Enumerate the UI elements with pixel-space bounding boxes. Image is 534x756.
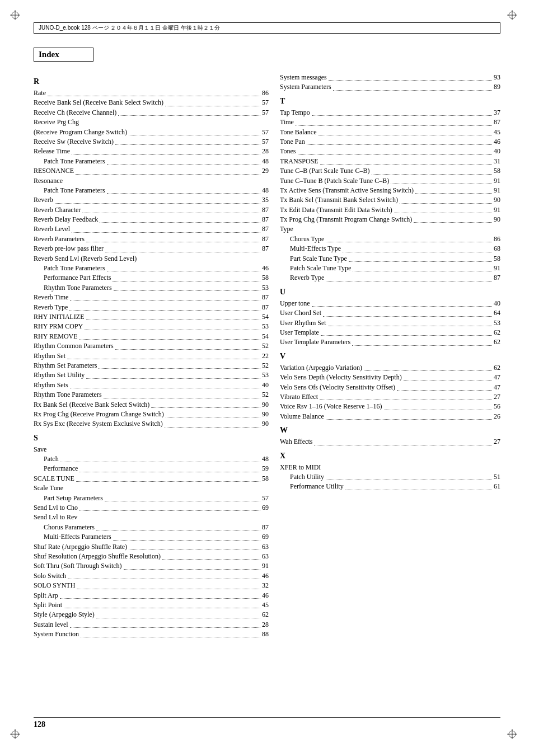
entry-page: 53 bbox=[262, 322, 269, 331]
entry-page: 90 bbox=[494, 195, 500, 205]
section-letter-x: X bbox=[280, 452, 500, 461]
entry-text: Resonance bbox=[34, 176, 63, 186]
section-letter-w: W bbox=[280, 426, 500, 435]
entry-text: Performance Utility bbox=[280, 482, 344, 491]
entry-text: Split Point bbox=[34, 600, 62, 610]
leader-dots bbox=[307, 144, 492, 145]
entry-page: 61 bbox=[494, 482, 500, 491]
entry-text: Patch Utility bbox=[280, 472, 324, 482]
entry-text: Rhythm Set Utility bbox=[34, 370, 85, 380]
page-number: 128 bbox=[34, 720, 45, 729]
entry-page: 57 bbox=[262, 128, 269, 137]
entry-page: 48 bbox=[262, 157, 269, 166]
entry-text: Shuf Rate (Arpeggio Shuffle Rate) bbox=[34, 542, 127, 552]
entry-text: Voice Rsv 1–16 (Voice Reserve 1–16) bbox=[280, 402, 382, 411]
entry-page: 54 bbox=[262, 332, 269, 341]
leader-dots bbox=[113, 281, 260, 281]
leader-dots bbox=[55, 203, 260, 204]
entry-page: 58 bbox=[262, 273, 269, 283]
entry-page: 29 bbox=[262, 166, 269, 176]
entry-text: Receive Prg Chg bbox=[34, 118, 79, 127]
leader-dots bbox=[312, 115, 492, 116]
index-entry: (Receive Program Change Switch)57 bbox=[34, 128, 269, 137]
entry-text: System messages bbox=[280, 73, 327, 82]
index-entry: Shuf Resolution (Arpeggio Shuffle Resolu… bbox=[34, 552, 269, 561]
entry-text: Tone Balance bbox=[280, 128, 316, 137]
entry-page: 37 bbox=[494, 108, 500, 118]
leader-dots bbox=[320, 400, 492, 400]
index-entry: Tx Bank Sel (Transmit Bank Select Switch… bbox=[280, 195, 500, 205]
leader-dots bbox=[69, 310, 260, 311]
leader-dots bbox=[114, 290, 260, 291]
entry-text: TRANSPOSE bbox=[280, 157, 318, 166]
leader-dots bbox=[162, 559, 260, 560]
corner-mark-br bbox=[507, 729, 524, 746]
entry-page: 26 bbox=[494, 412, 500, 421]
entry-text: Rx Prog Chg (Receive Program Change Swit… bbox=[34, 410, 164, 419]
entry-page: 53 bbox=[262, 283, 269, 293]
index-entry: Send Lvl to Rev bbox=[34, 513, 269, 522]
entry-page: 54 bbox=[262, 312, 269, 322]
index-entry: Reverb Character87 bbox=[34, 205, 269, 215]
entry-page: 62 bbox=[494, 328, 500, 337]
index-entry: Receive Ch (Receive Channel)57 bbox=[34, 108, 269, 118]
leader-dots bbox=[107, 271, 260, 271]
entry-text: Multi-Effects Parameters bbox=[34, 532, 111, 542]
entry-text: User Rhythm Set bbox=[280, 318, 326, 328]
leader-dots bbox=[326, 242, 492, 242]
entry-text: Receive Bank Sel (Receive Bank Select Sw… bbox=[34, 98, 163, 107]
entry-text: Rhythm Tone Parameters bbox=[34, 283, 112, 293]
leader-dots bbox=[364, 370, 492, 371]
entry-text: Tx Bank Sel (Transmit Bank Select Switch… bbox=[280, 195, 398, 205]
index-entry: Save bbox=[34, 445, 269, 454]
entry-text: Reverb Send Lvl (Reverb Send Level) bbox=[34, 254, 137, 264]
leader-dots bbox=[96, 618, 260, 618]
index-entry: Tx Prog Chg (Transmit Program Change Swi… bbox=[280, 215, 500, 224]
leader-dots bbox=[79, 339, 260, 340]
entry-page: 93 bbox=[494, 73, 500, 82]
entry-page: 87 bbox=[262, 224, 269, 234]
index-entry: Shuf Rate (Arpeggio Shuffle Rate)63 bbox=[34, 542, 269, 552]
entry-page: 57 bbox=[262, 137, 269, 147]
index-entry: Tone Balance45 bbox=[280, 128, 500, 137]
corner-mark-bl bbox=[10, 729, 27, 746]
entry-page: 69 bbox=[262, 503, 269, 513]
entry-page: 68 bbox=[494, 244, 500, 253]
leader-dots bbox=[326, 419, 492, 420]
section-letter-r: R bbox=[34, 77, 269, 86]
entry-page: 56 bbox=[494, 402, 500, 411]
entry-text: Style (Arpeggio Style) bbox=[34, 610, 95, 619]
entry-page: 59 bbox=[262, 464, 269, 473]
section-letter-v: V bbox=[280, 352, 500, 361]
leader-dots bbox=[76, 481, 260, 482]
entry-text: Reverb pre-low pass filter bbox=[34, 244, 104, 253]
main-content: Index RRate86Receive Bank Sel (Receive B… bbox=[34, 48, 500, 711]
index-entry: Performance Utility61 bbox=[280, 482, 500, 491]
leader-dots bbox=[129, 135, 260, 135]
index-entry: Solo Switch46 bbox=[34, 571, 269, 581]
index-entry: Tx Edit Data (Transmit Edit Data Switch)… bbox=[280, 205, 500, 215]
entry-page: 86 bbox=[262, 88, 269, 98]
index-entry: System messages93 bbox=[280, 73, 500, 82]
entry-page: 48 bbox=[262, 454, 269, 464]
leader-dots bbox=[86, 378, 260, 379]
index-entry: User Template Parameters62 bbox=[280, 337, 500, 347]
leader-dots bbox=[60, 462, 260, 462]
index-entry: Rhythm Set Utility53 bbox=[34, 370, 269, 380]
entry-page: 87 bbox=[262, 215, 269, 224]
entry-text: SCALE TUNE bbox=[34, 474, 74, 483]
entry-text: Type bbox=[280, 224, 293, 234]
entry-text: Chorus Type bbox=[280, 234, 324, 244]
entry-text: Chorus Parameters bbox=[34, 523, 95, 532]
index-entry: Style (Arpeggio Style)62 bbox=[34, 610, 269, 619]
leader-dots bbox=[318, 135, 492, 135]
leader-dots bbox=[105, 501, 260, 501]
leader-dots bbox=[404, 381, 492, 381]
index-entry: Chorus Type86 bbox=[280, 234, 500, 244]
entry-text: Patch Tone Parameters bbox=[34, 186, 105, 195]
entry-page: 91 bbox=[494, 186, 500, 195]
leader-dots bbox=[107, 164, 260, 165]
header-bar: JUNO-D_e.book 128 ページ ２０４年６月１１日 金曜日 午後１時… bbox=[34, 22, 500, 34]
index-entry: Patch Scale Tune Type91 bbox=[280, 264, 500, 273]
index-entry: Release Time28 bbox=[34, 147, 269, 156]
